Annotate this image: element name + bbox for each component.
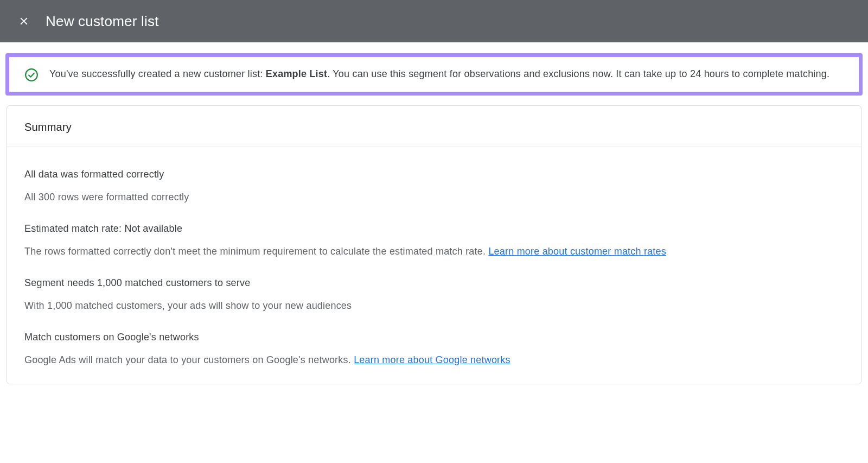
summary-title: Summary bbox=[24, 121, 844, 134]
alert-prefix: You've successfully created a new custom… bbox=[49, 68, 266, 79]
alert-suffix: . You can use this segment for observati… bbox=[327, 68, 829, 79]
content-area: You've successfully created a new custom… bbox=[0, 42, 868, 384]
learn-more-networks-link[interactable]: Learn more about Google networks bbox=[354, 354, 510, 365]
summary-section-segment-requirement: Segment needs 1,000 matched customers to… bbox=[24, 277, 844, 313]
success-alert: You've successfully created a new custom… bbox=[5, 53, 863, 96]
close-icon bbox=[18, 15, 30, 27]
summary-section-match-rate: Estimated match rate: Not available The … bbox=[24, 223, 844, 259]
section-heading: Estimated match rate: Not available bbox=[24, 223, 844, 234]
summary-section-format: All data was formatted correctly All 300… bbox=[24, 169, 844, 205]
section-heading: All data was formatted correctly bbox=[24, 169, 844, 180]
svg-point-0 bbox=[25, 69, 37, 81]
section-heading: Match customers on Google's networks bbox=[24, 332, 844, 343]
page-header: New customer list bbox=[0, 0, 868, 42]
learn-more-match-rates-link[interactable]: Learn more about customer match rates bbox=[488, 246, 666, 257]
page-title: New customer list bbox=[46, 13, 159, 30]
section-heading: Segment needs 1,000 matched customers to… bbox=[24, 277, 844, 289]
summary-header: Summary bbox=[7, 106, 861, 147]
section-body: Google Ads will match your data to your … bbox=[24, 353, 844, 367]
section-body-text: With 1,000 matched customers, your ads w… bbox=[24, 300, 352, 311]
summary-card: Summary All data was formatted correctly… bbox=[7, 105, 861, 384]
section-body-text: The rows formatted correctly don't meet … bbox=[24, 246, 488, 257]
close-button[interactable] bbox=[17, 15, 30, 28]
section-body: The rows formatted correctly don't meet … bbox=[24, 244, 844, 259]
alert-list-name: Example List bbox=[266, 68, 327, 79]
summary-body: All data was formatted correctly All 300… bbox=[7, 147, 861, 384]
section-body-text: All 300 rows were formatted correctly bbox=[24, 192, 189, 202]
section-body-text: Google Ads will match your data to your … bbox=[24, 354, 354, 365]
summary-section-networks: Match customers on Google's networks Goo… bbox=[24, 332, 844, 367]
section-body: With 1,000 matched customers, your ads w… bbox=[24, 299, 844, 313]
alert-message: You've successfully created a new custom… bbox=[49, 67, 829, 81]
success-check-icon bbox=[24, 68, 39, 82]
section-body: All 300 rows were formatted correctly bbox=[24, 190, 844, 205]
